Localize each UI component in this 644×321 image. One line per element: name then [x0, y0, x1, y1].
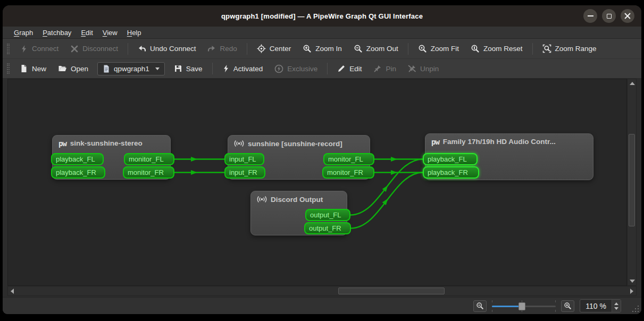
scroll-right-arrow[interactable]	[630, 289, 633, 294]
exclusive-bolt-icon	[274, 64, 283, 73]
open-button[interactable]: Open	[53, 62, 93, 75]
center-icon	[257, 44, 266, 53]
spin-up-icon[interactable]	[614, 302, 618, 305]
port-sink-monitor-fl[interactable]: monitor_FL	[124, 153, 174, 165]
connect-button[interactable]: Connect	[15, 42, 63, 56]
scroll-down-arrow[interactable]	[630, 280, 635, 283]
close-icon	[624, 13, 631, 19]
graph-canvas[interactable]: pw sink-sunshine-stereo sunshine [sunshi…	[7, 79, 627, 286]
stream-icon	[257, 195, 267, 204]
menu-graph[interactable]: Graph	[9, 28, 38, 38]
statusbar-zoom-out-button[interactable]	[473, 300, 487, 312]
activated-bolt-icon	[222, 64, 230, 73]
connections-layer	[8, 79, 626, 285]
stream-icon	[234, 139, 244, 148]
connection-arrow	[391, 157, 397, 162]
toolbar-drag-handle[interactable]	[7, 63, 10, 74]
scroll-up-arrow[interactable]	[630, 82, 635, 85]
port-sunshine-input-fl[interactable]: input_FL	[224, 153, 264, 165]
port-sunshine-input-fr[interactable]: input_FR	[224, 166, 265, 179]
port-sunshine-monitor-fl[interactable]: monitor_FL	[323, 153, 374, 165]
minimize-button[interactable]	[583, 9, 597, 23]
menu-help[interactable]: Help	[122, 28, 146, 38]
node-title: sunshine [sunshine-record]	[248, 140, 342, 148]
zoom-reset-button[interactable]: Zoom Reset	[466, 41, 528, 56]
zoom-range-icon	[542, 44, 551, 53]
patchbay-profile-value: qpwgraph1	[114, 65, 149, 73]
toolbar-separator	[327, 63, 328, 74]
toolbar-separator	[532, 43, 533, 55]
redo-button[interactable]: Redo	[203, 42, 241, 56]
window-resize-grip[interactable]	[632, 306, 639, 312]
menu-patchbay[interactable]: Patchbay	[38, 28, 76, 38]
redo-icon	[207, 45, 216, 53]
spin-down-icon[interactable]	[614, 307, 618, 310]
close-button[interactable]	[621, 9, 634, 23]
slider-tick	[492, 310, 492, 312]
zoom-spin-buttons[interactable]	[612, 300, 621, 312]
zoom-slider[interactable]	[492, 300, 556, 312]
unpin-button[interactable]: Unpin	[403, 62, 444, 75]
zoom-out-icon	[354, 44, 363, 53]
titlebar[interactable]: qpwgraph1 [modified] — A PipeWire Graph …	[3, 5, 641, 27]
open-folder-icon	[58, 64, 67, 73]
node-title: Family 17h/19h HD Audio Contr...	[443, 138, 556, 146]
pin-icon	[373, 64, 382, 73]
toolbar-separator	[247, 43, 247, 55]
zoom-slider-handle[interactable]	[518, 302, 525, 310]
horizontal-scrollbar[interactable]	[7, 286, 637, 296]
connection-arrow	[191, 170, 197, 175]
edit-pencil-icon	[337, 64, 346, 73]
vertical-scrollbar-thumb[interactable]	[629, 134, 635, 226]
node-title: sink-sunshine-stereo	[70, 139, 143, 147]
toolbar-drag-handle[interactable]	[7, 44, 10, 54]
horizontal-scrollbar-thumb[interactable]	[338, 288, 445, 294]
node-title: Discord Output	[271, 196, 323, 204]
minimize-icon	[588, 15, 593, 16]
slider-tick	[555, 310, 556, 312]
menu-edit[interactable]: Edit	[76, 28, 97, 38]
activated-toggle[interactable]: Activated	[218, 62, 268, 75]
zoom-reset-icon	[471, 44, 480, 53]
pipewire-icon: pw	[431, 138, 439, 146]
patchbay-profile-combobox[interactable]: qpwgraph1	[97, 62, 165, 75]
port-family-playback-fr[interactable]: playback_FR	[423, 166, 479, 179]
new-button[interactable]: New	[15, 62, 51, 75]
vertical-scrollbar[interactable]	[627, 79, 637, 286]
disconnect-button[interactable]: Disconnect	[65, 42, 123, 56]
undo-connect-button[interactable]: Undo Connect	[133, 42, 200, 56]
window-controls	[583, 9, 634, 23]
exclusive-toggle[interactable]: Exclusive	[270, 62, 322, 76]
port-sink-playback-fl[interactable]: playback_FL	[51, 153, 104, 165]
zoom-in-icon	[564, 302, 572, 310]
zoom-range-button[interactable]: Zoom Range	[538, 41, 601, 56]
zoom-in-icon	[303, 44, 312, 53]
save-button[interactable]: Save	[169, 62, 207, 75]
unpin-icon	[408, 64, 416, 73]
menu-view[interactable]: View	[98, 28, 122, 38]
save-icon	[174, 64, 182, 73]
port-discord-output-fl[interactable]: output_FL	[305, 209, 350, 221]
scroll-left-arrow[interactable]	[11, 289, 14, 294]
connection-arrow	[191, 157, 197, 162]
port-family-playback-fl[interactable]: playback_FL	[423, 153, 478, 165]
disconnect-icon	[70, 45, 79, 53]
zoom-spinbox[interactable]: 110 %	[580, 299, 621, 312]
zoom-out-icon	[476, 302, 484, 310]
port-sink-monitor-fr[interactable]: monitor_FR	[123, 166, 174, 179]
port-sink-playback-fr[interactable]: playback_FR	[51, 166, 105, 179]
zoom-in-button[interactable]: Zoom In	[298, 41, 347, 56]
window-title: qpwgraph1 [modified] — A PipeWire Graph …	[221, 12, 423, 20]
zoom-fit-button[interactable]: Zoom Fit	[413, 41, 464, 56]
statusbar: 110 %	[3, 297, 641, 314]
port-discord-output-fr[interactable]: output_FR	[304, 222, 351, 234]
maximize-button[interactable]	[602, 9, 616, 23]
port-sunshine-monitor-fr[interactable]: monitor_FR	[322, 166, 374, 179]
center-button[interactable]: Center	[252, 41, 296, 56]
statusbar-zoom-in-button[interactable]	[561, 300, 574, 312]
slider-tick	[555, 300, 556, 302]
zoom-out-button[interactable]: Zoom Out	[349, 41, 403, 56]
graph-area: pw sink-sunshine-stereo sunshine [sunshi…	[3, 79, 641, 297]
edit-button[interactable]: Edit	[332, 62, 366, 75]
pin-button[interactable]: Pin	[369, 62, 401, 75]
